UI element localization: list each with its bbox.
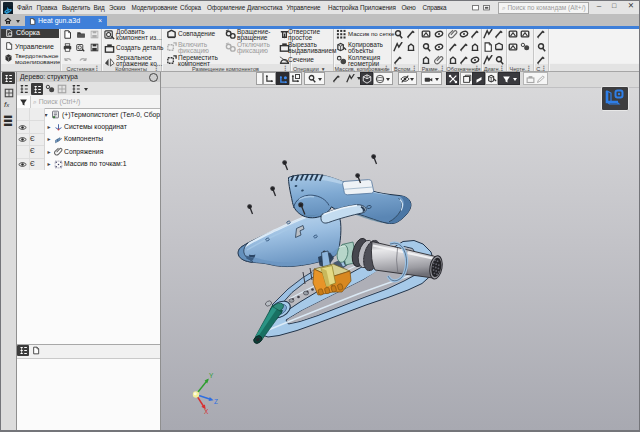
svg-text:Y: Y bbox=[209, 372, 214, 379]
svg-text:X: X bbox=[204, 408, 209, 415]
svg-text:Z: Z bbox=[214, 398, 218, 405]
